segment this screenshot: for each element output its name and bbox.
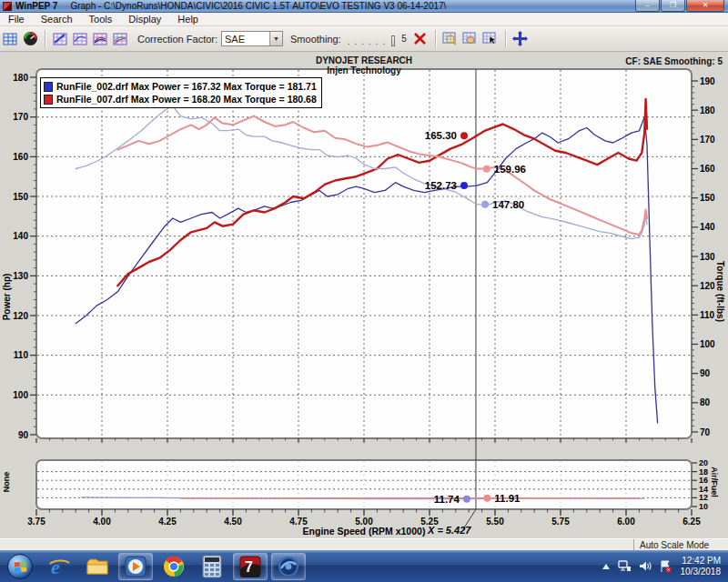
windows-taskbar: e 7 bbox=[0, 550, 728, 582]
torque-tick-label: 90 bbox=[700, 368, 711, 378]
slider-thumb[interactable] bbox=[391, 35, 395, 46]
power-tick-label: 140 bbox=[13, 231, 28, 241]
toolbar: Correction Factor: SAE ▼ Smoothing: ....… bbox=[0, 26, 728, 52]
x-tick-label: 4.50 bbox=[224, 517, 242, 527]
minimize-button[interactable]: – bbox=[635, 0, 660, 12]
annotation-dot bbox=[463, 496, 470, 503]
power-tick-label: 100 bbox=[13, 390, 28, 400]
power-tick-label: 170 bbox=[13, 112, 28, 122]
menu-bar: File Search Tools Display Help bbox=[0, 13, 728, 26]
legend-label: RunFile_002.drf Max Power = 167.32 Max T… bbox=[56, 81, 317, 92]
power-tick-label: 130 bbox=[13, 271, 28, 281]
torque-tick-label: 100 bbox=[700, 339, 715, 349]
chevron-down-icon[interactable]: ▼ bbox=[269, 32, 282, 45]
x-tick-label: 4.25 bbox=[158, 517, 177, 527]
menu-file[interactable]: File bbox=[0, 14, 33, 25]
zoom-graph-icon[interactable] bbox=[441, 30, 460, 48]
x-tick-label: 6.00 bbox=[617, 517, 635, 527]
cursor-readout: X = 5.427 bbox=[428, 525, 470, 536]
status-bar: Auto Scale Mode bbox=[0, 538, 728, 550]
af-left-axis-title: None bbox=[2, 464, 11, 500]
pan-graph-icon[interactable] bbox=[461, 30, 480, 48]
graph-power-icon[interactable] bbox=[51, 30, 69, 48]
volume-icon[interactable] bbox=[639, 560, 652, 572]
correction-factor-select[interactable]: SAE ▼ bbox=[221, 31, 283, 46]
menu-help[interactable]: Help bbox=[169, 14, 207, 25]
correction-note: CF: SAE Smoothing: 5 bbox=[625, 56, 723, 66]
app-name: WinPEP 7 bbox=[15, 1, 57, 11]
app-icon bbox=[3, 2, 12, 11]
menu-tools[interactable]: Tools bbox=[81, 14, 121, 25]
x-tick-label: 5.50 bbox=[486, 517, 504, 527]
power-axis-title: Power (hp) bbox=[2, 266, 12, 329]
menu-display[interactable]: Display bbox=[120, 14, 169, 25]
torque-tick-label: 190 bbox=[700, 76, 715, 86]
taskbar-internet-explorer[interactable]: e bbox=[42, 553, 76, 580]
title-bar: WinPEP 7 Graph - C:\DynoRuns\HONDA\CIVIC… bbox=[0, 0, 728, 13]
x-tick-label: 5.75 bbox=[551, 517, 570, 527]
menu-search[interactable]: Search bbox=[33, 14, 81, 25]
af-tick-label: 16 bbox=[699, 476, 708, 485]
svg-text:e: e bbox=[51, 556, 60, 578]
system-tray: 12:42 PM 10/3/2018 bbox=[598, 550, 727, 582]
action-center-flag-icon[interactable] bbox=[659, 560, 672, 573]
winpep-window: WinPEP 7 Graph - C:\DynoRuns\HONDA\CIVIC… bbox=[0, 0, 728, 582]
x-tick-label: 3.75 bbox=[27, 517, 46, 527]
runs-table-icon[interactable] bbox=[1, 30, 19, 48]
af-tick-label: 10 bbox=[699, 502, 708, 511]
svg-text:7: 7 bbox=[245, 559, 253, 575]
start-button[interactable] bbox=[7, 554, 33, 579]
dyno-chart: 9010011012013014015016017018070809010011… bbox=[0, 52, 728, 538]
legend-row: RunFile_002.drf Max Power = 167.32 Max T… bbox=[44, 80, 317, 93]
graph-multi-icon[interactable] bbox=[91, 30, 109, 48]
graph-torque-icon[interactable] bbox=[71, 30, 89, 48]
restore-button[interactable]: ❐ bbox=[661, 0, 685, 12]
taskbar-clock[interactable]: 12:42 PM 10/3/2018 bbox=[681, 556, 722, 577]
legend-label: RunFile_007.drf Max Power = 168.20 Max T… bbox=[56, 94, 317, 105]
legend-swatch-runfile002 bbox=[44, 82, 53, 92]
torque-tick-label: 150 bbox=[700, 193, 715, 203]
power-tick-label: 160 bbox=[13, 152, 28, 162]
annotation-label: 11.91 bbox=[494, 493, 521, 504]
smoothing-value: 5 bbox=[401, 34, 407, 44]
smoothing-label: Smoothing: bbox=[290, 34, 341, 45]
taskbar-file-explorer[interactable] bbox=[80, 553, 115, 580]
show-hidden-icons[interactable] bbox=[602, 563, 611, 570]
taskbar-calculator[interactable] bbox=[195, 553, 229, 580]
graph-panel: 9010011012013014015016017018070809010011… bbox=[0, 52, 728, 538]
annotation-dot bbox=[481, 201, 489, 208]
select-graph-icon[interactable] bbox=[481, 30, 500, 48]
power-tick-label: 120 bbox=[13, 311, 28, 321]
correction-factor-label: Correction Factor: bbox=[137, 34, 217, 45]
af-tick-label: 14 bbox=[699, 485, 708, 494]
taskbar-winpep[interactable]: 7 bbox=[233, 553, 268, 580]
taskbar-dynojet-app[interactable] bbox=[271, 553, 306, 580]
torque-tick-label: 140 bbox=[700, 222, 715, 232]
power-tick-label: 150 bbox=[13, 192, 28, 202]
crosshair-icon[interactable] bbox=[511, 30, 530, 48]
slider-ticks: ...... bbox=[348, 37, 390, 46]
close-button[interactable]: ✕ bbox=[686, 0, 724, 12]
af-tick-label: 12 bbox=[699, 493, 708, 502]
taskbar-chrome[interactable] bbox=[157, 553, 191, 580]
network-icon[interactable] bbox=[618, 560, 632, 572]
chart-subtitle: Injen Technology bbox=[273, 65, 455, 75]
torque-tick-label: 130 bbox=[700, 252, 715, 262]
smoothing-slider[interactable]: ...... bbox=[348, 32, 396, 46]
graph-overlay-icon[interactable] bbox=[111, 30, 129, 48]
torque-tick-label: 180 bbox=[700, 105, 715, 115]
annotation-label: 11.74 bbox=[434, 494, 460, 505]
annotation-label: 165.30 bbox=[425, 130, 457, 141]
torque-tick-label: 160 bbox=[700, 164, 715, 174]
clock-date: 10/3/2018 bbox=[681, 567, 722, 577]
torque-tick-label: 170 bbox=[700, 135, 715, 145]
taskbar-media-player[interactable] bbox=[118, 553, 153, 580]
torque-tick-label: 80 bbox=[700, 397, 711, 407]
toolbar-separator bbox=[435, 30, 436, 48]
delete-run-icon[interactable] bbox=[411, 30, 430, 48]
annotation-dot bbox=[483, 495, 490, 502]
legend-swatch-runfile007 bbox=[44, 95, 53, 105]
gauge-icon[interactable] bbox=[21, 30, 39, 48]
chart-title: DYNOJET RESEARCH bbox=[273, 55, 455, 65]
chart-header: DYNOJET RESEARCH Injen Technology bbox=[273, 55, 455, 75]
